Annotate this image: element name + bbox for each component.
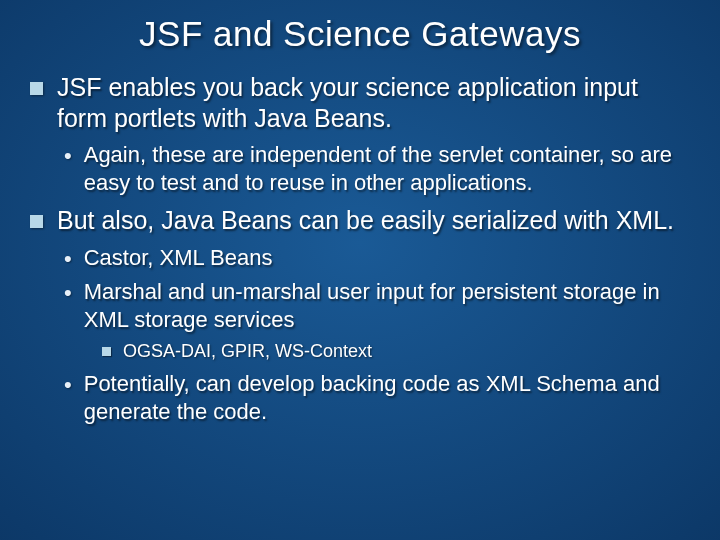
square-bullet-icon	[30, 82, 43, 95]
square-bullet-icon	[102, 347, 111, 356]
list-item: • Castor, XML Beans	[64, 244, 690, 272]
list-item: But also, Java Beans can be easily seria…	[30, 205, 690, 426]
dot-bullet-icon: •	[64, 282, 72, 304]
list-item: • Marshal and un-marshal user input for …	[64, 278, 690, 364]
bullet-text: Castor, XML Beans	[84, 244, 273, 272]
dot-bullet-icon: •	[64, 248, 72, 270]
bullet-text: Again, these are independent of the serv…	[84, 141, 690, 197]
list-item: OGSA-DAI, GPIR, WS-Context	[102, 340, 690, 363]
list-item: JSF enables you back your science applic…	[30, 72, 690, 197]
sub-sub-list: OGSA-DAI, GPIR, WS-Context	[102, 340, 690, 363]
bullet-text: Marshal and un-marshal user input for pe…	[84, 278, 690, 334]
dot-bullet-icon: •	[64, 145, 72, 167]
bullet-text: JSF enables you back your science applic…	[57, 72, 690, 133]
bullet-text: OGSA-DAI, GPIR, WS-Context	[123, 340, 372, 363]
sub-list: • Castor, XML Beans • Marshal and un-mar…	[64, 244, 690, 426]
sub-list: • Again, these are independent of the se…	[64, 141, 690, 197]
bullet-list: JSF enables you back your science applic…	[30, 72, 690, 426]
square-bullet-icon	[30, 215, 43, 228]
slide-title: JSF and Science Gateways	[30, 14, 690, 54]
list-item: • Again, these are independent of the se…	[64, 141, 690, 197]
list-item: • Potentially, can develop backing code …	[64, 370, 690, 426]
bullet-text: But also, Java Beans can be easily seria…	[57, 205, 674, 236]
bullet-text: Potentially, can develop backing code as…	[84, 370, 690, 426]
dot-bullet-icon: •	[64, 374, 72, 396]
